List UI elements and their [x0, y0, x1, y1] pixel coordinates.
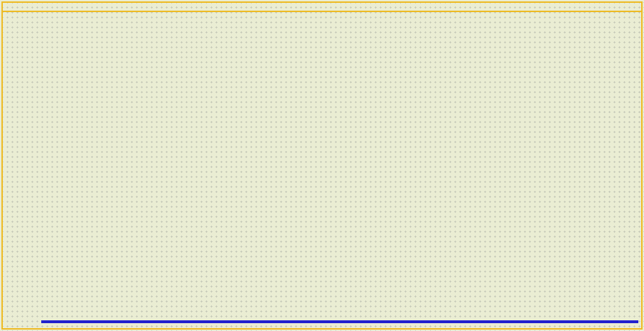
psg-viewer-window	[0, 0, 644, 331]
timeline-scrollbar[interactable]	[41, 320, 638, 323]
window-frame-border	[1, 1, 643, 330]
time-axis-separator	[2, 11, 642, 12]
